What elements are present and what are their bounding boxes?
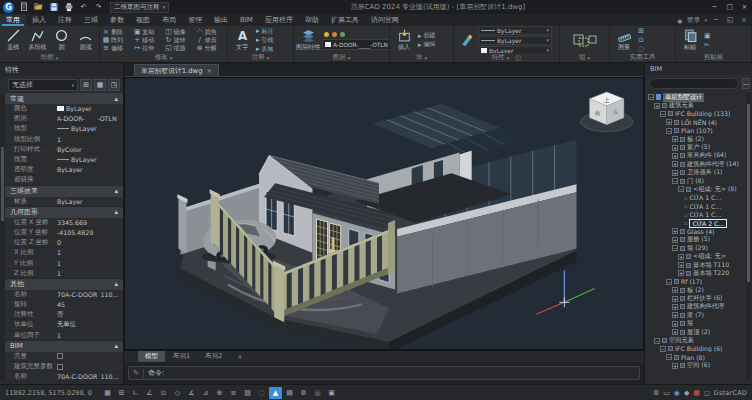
cycle-select-toggle[interactable]: ◌ xyxy=(255,387,268,399)
toggle-pickadd-button[interactable]: ⊞ xyxy=(80,79,92,91)
modify-删除-button[interactable]: ×删除 xyxy=(102,28,131,36)
workspace-switch-button[interactable]: ⚙ xyxy=(297,387,310,399)
clean-screen-toggle[interactable]: ▣ xyxy=(325,387,338,399)
draw-circle-button[interactable]: 圆 xyxy=(51,29,73,52)
transparency-toggle[interactable]: ▨ xyxy=(241,387,254,399)
expand-toggle-icon[interactable]: − xyxy=(666,354,672,360)
tree-node[interactable]: +梁 (7) xyxy=(648,311,746,319)
visibility-checkbox[interactable] xyxy=(680,304,685,309)
groups-panel-label[interactable]: 组▾ xyxy=(560,53,609,62)
block-编辑-button[interactable]: ▸编辑 xyxy=(418,41,436,49)
annotate-表格-button[interactable]: ▸表格 xyxy=(256,45,274,53)
visibility-checkbox[interactable] xyxy=(680,229,685,234)
document-tab[interactable]: 单层别墅设计1.dwg × xyxy=(134,64,219,76)
visibility-checkbox[interactable] xyxy=(674,279,679,284)
expand-toggle-icon[interactable]: + xyxy=(654,103,660,109)
modify-复制-button[interactable]: ▣复制 xyxy=(133,28,162,36)
tree-search-input[interactable] xyxy=(649,78,739,89)
modify-阵列-button[interactable]: ▦阵列 xyxy=(102,36,131,44)
visibility-checkbox[interactable] xyxy=(662,103,667,108)
ribbon-tab-视图[interactable]: 视图 xyxy=(130,14,156,26)
polar-toggle[interactable]: ∠ xyxy=(143,387,156,399)
expand-toggle-icon[interactable]: + xyxy=(672,136,678,142)
copy-clip-icon[interactable]: ▣ xyxy=(704,32,711,40)
layer-bulb-icon[interactable] xyxy=(324,32,329,37)
layer-properties-button[interactable]: 图层特性 xyxy=(296,29,320,52)
expand-toggle-icon[interactable]: + xyxy=(672,312,678,318)
property-section-header[interactable]: 其他▴ xyxy=(5,279,123,290)
ribbon-tab-三维[interactable]: 三维 xyxy=(78,14,104,26)
visibility-checkbox[interactable] xyxy=(680,145,685,150)
modify-圆角-button[interactable]: ◠圆角 xyxy=(196,28,225,36)
expand-toggle-icon[interactable]: + xyxy=(672,329,678,335)
annotation-monitor-toggle[interactable]: ▲ xyxy=(269,387,282,399)
tree-node[interactable]: −<组成: 无> (8) xyxy=(648,185,746,193)
layer-dropdown[interactable]: A-DOOR-____-OTLN xyxy=(322,39,389,50)
ribbon-tab-扩展工具[interactable]: 扩展工具 xyxy=(325,14,365,26)
sign-in-button[interactable]: 登录 xyxy=(686,15,700,25)
visibility-checkbox[interactable] xyxy=(680,321,685,326)
text-button[interactable]: A 文字 xyxy=(230,29,254,52)
visibility-checkbox[interactable] xyxy=(674,355,679,360)
ribbon-tab-管理[interactable]: 管理 xyxy=(182,14,208,26)
modify-镜像-button[interactable]: ◫镜像 xyxy=(165,28,194,36)
expand-toggle-icon[interactable]: + xyxy=(672,145,678,151)
properties-panel-label[interactable]: 特性▾ ◱ xyxy=(454,53,559,62)
draw-arc-button[interactable]: 圆弧 xyxy=(75,29,97,52)
visibility-checkbox[interactable] xyxy=(680,179,685,184)
expand-toggle-icon[interactable]: − xyxy=(678,186,684,192)
lineweight-toggle[interactable]: ≡ xyxy=(227,387,240,399)
tree-node[interactable]: ▫CỬA 1 C... xyxy=(648,194,746,202)
visibility-checkbox[interactable] xyxy=(686,271,691,276)
checkbox[interactable] xyxy=(57,353,63,359)
visibility-checkbox[interactable] xyxy=(674,120,679,125)
maximize-button[interactable]: □ xyxy=(722,3,737,11)
layout-tab-布局1[interactable]: 布局1 xyxy=(166,351,197,362)
tree-node[interactable]: +建筑元素 xyxy=(648,101,746,109)
model-viewport[interactable]: 上 南 东 xyxy=(124,77,644,350)
close-button[interactable]: × xyxy=(737,3,752,11)
bim-panel-title[interactable]: BIM xyxy=(645,63,752,75)
visibility-checkbox[interactable] xyxy=(680,296,685,301)
expand-toggle-icon[interactable]: − xyxy=(672,245,678,251)
tree-node[interactable]: +空间 (6) xyxy=(648,362,746,370)
open-file-button[interactable] xyxy=(33,2,44,13)
expand-toggle-icon[interactable]: + xyxy=(672,363,678,369)
visibility-checkbox[interactable] xyxy=(680,170,685,175)
ribbon-tab-布局[interactable]: 布局 xyxy=(156,14,182,26)
tree-node[interactable]: +基本墙 T220 xyxy=(648,269,746,277)
visibility-checkbox[interactable] xyxy=(686,254,691,259)
layers-panel-label[interactable]: 图层▾ xyxy=(294,53,389,62)
minimize-button[interactable]: ─ xyxy=(707,3,722,11)
visibility-checkbox[interactable] xyxy=(662,338,667,343)
settings-gear-icon[interactable]: ⚙ xyxy=(653,389,659,397)
draw-panel-label[interactable]: 绘图▾ xyxy=(0,53,99,62)
ortho-toggle[interactable]: ∟ xyxy=(129,387,142,399)
expand-toggle-icon[interactable]: − xyxy=(660,346,666,352)
otrack-toggle[interactable]: ∡ xyxy=(185,387,198,399)
block-panel-label[interactable]: 块▾ xyxy=(390,53,453,62)
visibility-checkbox[interactable] xyxy=(680,237,685,242)
modify-偏移-button[interactable]: ≡偏移 xyxy=(102,44,131,52)
expand-toggle-icon[interactable]: + xyxy=(672,304,678,310)
layout-tab-+[interactable]: + xyxy=(230,351,249,362)
expand-toggle-icon[interactable]: − xyxy=(660,111,666,117)
redo-button[interactable]: ↷ xyxy=(93,2,104,13)
osnap-3d-toggle[interactable]: ◇ xyxy=(171,387,184,399)
annotation-scale-button[interactable]: ▤ xyxy=(283,387,296,399)
snap-toggle[interactable]: ⊞ xyxy=(115,387,128,399)
point-style-icon[interactable]: ⊙ xyxy=(638,36,644,44)
ribbon-tab-BIM[interactable]: BIM xyxy=(234,14,259,26)
select-objects-button[interactable]: ▦ xyxy=(94,79,106,91)
visibility-checkbox[interactable] xyxy=(680,313,685,318)
visibility-checkbox[interactable] xyxy=(686,187,691,192)
expand-toggle-icon[interactable]: − xyxy=(648,94,654,100)
object-property-dropdown-0[interactable]: ByLayer▾ xyxy=(478,26,552,35)
quick-select-icon[interactable]: ⊞ xyxy=(638,27,644,35)
expand-toggle-icon[interactable]: + xyxy=(672,161,678,167)
grid-toggle[interactable]: ▦ xyxy=(101,387,114,399)
ribbon-tab-参数[interactable]: 参数 xyxy=(104,14,130,26)
checkbox[interactable] xyxy=(57,364,63,370)
visibility-checkbox[interactable] xyxy=(680,137,685,142)
ribbon-tab-访问官网[interactable]: 访问官网 xyxy=(365,14,405,26)
